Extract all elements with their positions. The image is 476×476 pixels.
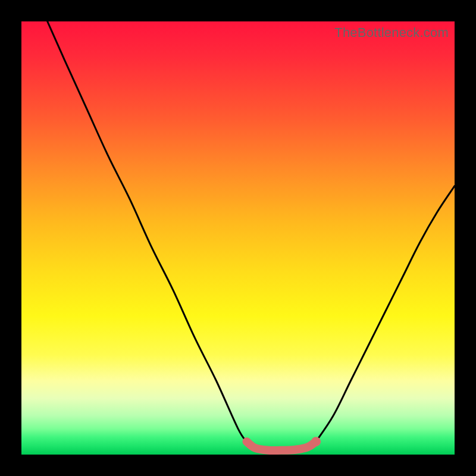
right-ascending-curve [307,186,455,447]
valley-end-dot [311,437,321,446]
chart-frame: TheBottleneck.com [0,0,476,476]
curve-overlay [21,21,455,455]
valley-floor-highlight [247,441,316,450]
left-descending-curve [48,21,255,448]
plot-area: TheBottleneck.com [21,21,455,455]
